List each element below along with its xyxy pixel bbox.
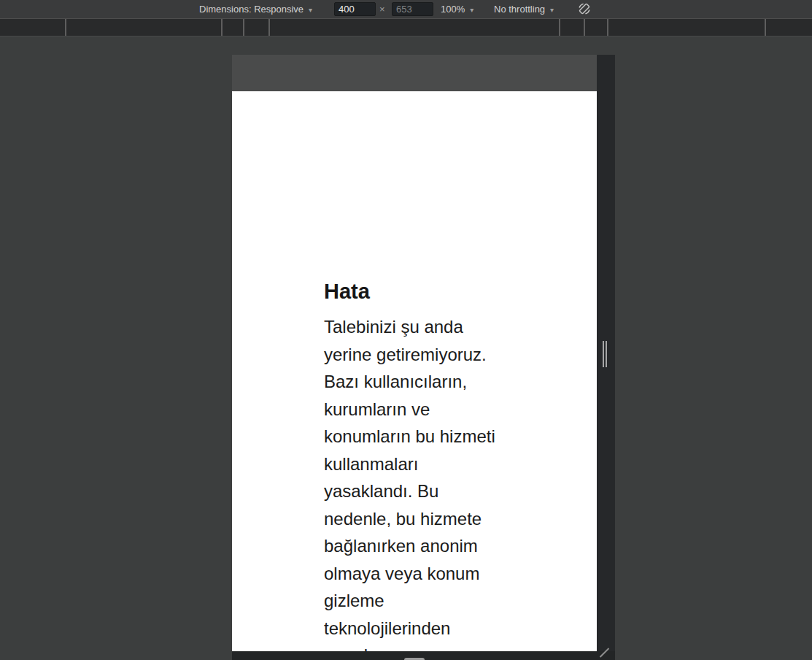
right-resize-bar[interactable] bbox=[597, 55, 615, 660]
vertical-grip-icon[interactable] bbox=[603, 341, 610, 367]
page-header-band bbox=[232, 55, 597, 91]
error-heading: Hata bbox=[324, 278, 557, 304]
zoom-dropdown[interactable]: 100%▾ bbox=[441, 0, 473, 18]
media-query-divider bbox=[221, 19, 223, 36]
error-content: Hata Talebinizi şu anda yerine getiremiy… bbox=[232, 91, 557, 651]
throttling-value-label: No throttling bbox=[494, 4, 545, 15]
media-query-divider bbox=[607, 19, 608, 36]
media-query-divider bbox=[65, 19, 66, 36]
bottom-resize-bar[interactable] bbox=[232, 651, 615, 660]
zoom-value-label: 100% bbox=[441, 4, 465, 15]
rotate-viewport-button[interactable] bbox=[576, 1, 593, 18]
emulated-page: Hata Talebinizi şu anda yerine getiremiy… bbox=[232, 91, 597, 651]
chevron-down-icon: ▾ bbox=[309, 6, 312, 14]
viewport-height-input[interactable] bbox=[392, 2, 433, 16]
media-query-divider bbox=[584, 19, 585, 36]
device-mode-canvas: Hata Talebinizi şu anda yerine getiremiy… bbox=[0, 37, 812, 660]
media-query-divider bbox=[559, 19, 560, 36]
media-query-bar[interactable] bbox=[0, 19, 812, 37]
dimensions-separator: × bbox=[379, 0, 385, 18]
device-type-label: Dimensions: Responsive bbox=[199, 4, 303, 15]
media-query-divider bbox=[765, 19, 766, 36]
error-message: Talebinizi şu anda yerine getiremiyoruz.… bbox=[324, 313, 550, 651]
throttling-dropdown[interactable]: No throttling▾ bbox=[494, 0, 554, 18]
viewport-width-input[interactable] bbox=[334, 2, 376, 16]
device-viewport: Hata Talebinizi şu anda yerine getiremiy… bbox=[232, 55, 597, 651]
chevron-down-icon: ▾ bbox=[470, 6, 473, 14]
devtools-device-mode: { "toolbar": { "dimensions_label": "Dime… bbox=[0, 0, 812, 660]
chevron-down-icon: ▾ bbox=[550, 6, 554, 14]
media-query-divider bbox=[268, 19, 270, 36]
device-type-dropdown[interactable]: Dimensions: Responsive▾ bbox=[199, 0, 312, 18]
media-query-divider bbox=[243, 19, 244, 36]
rotate-device-icon bbox=[576, 8, 592, 19]
device-toolbar: Dimensions: Responsive▾ × 100%▾ No throt… bbox=[0, 0, 812, 19]
